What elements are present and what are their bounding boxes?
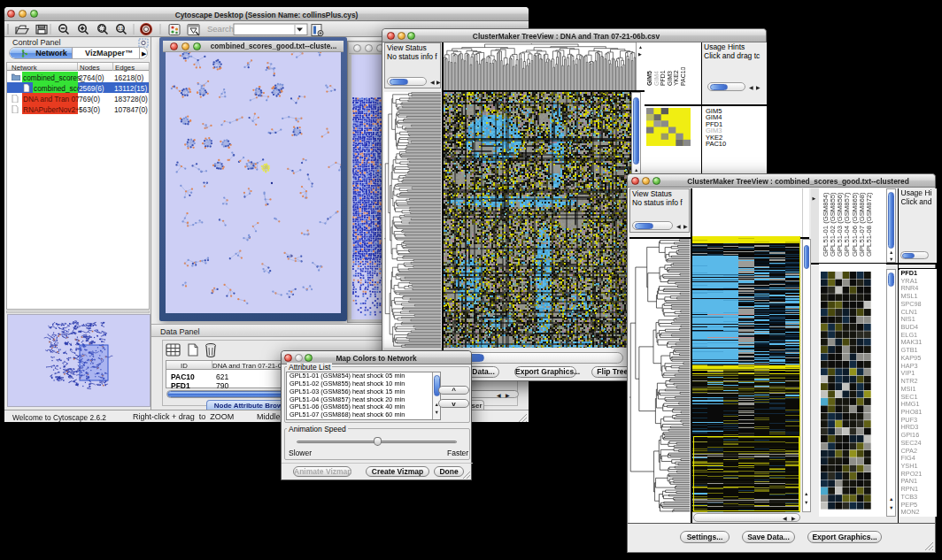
- svg-text:Search:: Search:: [207, 24, 236, 34]
- svg-text:1:1: 1:1: [118, 27, 124, 31]
